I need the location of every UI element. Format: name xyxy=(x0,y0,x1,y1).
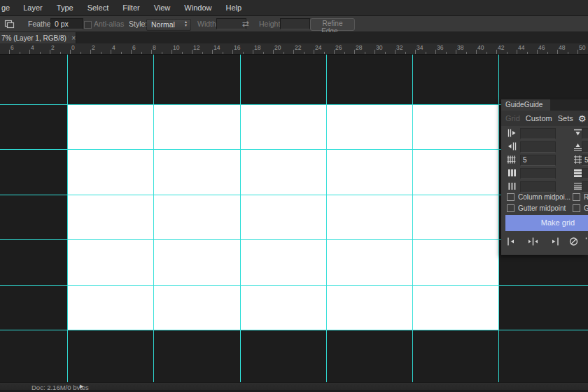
ruler-tick xyxy=(476,50,477,54)
ruler-tick xyxy=(263,52,264,54)
ruler-tick xyxy=(537,50,538,54)
refine-edge-button[interactable]: Refine Edge... xyxy=(310,18,355,31)
ruler-tick xyxy=(101,52,102,54)
menu-item-ge[interactable]: ge xyxy=(0,4,16,12)
feather-input[interactable]: 0 px xyxy=(50,18,83,29)
ruler-tick xyxy=(426,52,426,54)
horizontal-ruler[interactable]: 6420246810121416182022242628303234363840… xyxy=(0,43,588,55)
ruler-number: 48 xyxy=(559,44,565,51)
ruler-tick xyxy=(172,50,172,54)
row-count-input[interactable]: 5 xyxy=(582,155,588,166)
menu-item-layer[interactable]: Layer xyxy=(16,4,50,12)
panel-tab-grid[interactable]: Grid xyxy=(505,114,520,122)
horizontal-guide[interactable] xyxy=(0,149,588,150)
grid-field-row xyxy=(501,181,588,193)
ruler-tick xyxy=(517,50,517,54)
ruler-number: 4 xyxy=(112,44,115,51)
menu-item-view[interactable]: View xyxy=(147,4,178,12)
ruler-number: 32 xyxy=(396,44,402,51)
ruler-tick xyxy=(80,52,81,54)
ruler-tick xyxy=(141,52,142,54)
document-tab-bar: 7% (Layer 1, RGB/8) * × xyxy=(0,32,588,43)
panel-tab-sets[interactable]: Sets xyxy=(558,114,573,122)
height-input[interactable] xyxy=(280,18,310,29)
row-gutter-input[interactable] xyxy=(582,181,588,192)
tool-preset-icon[interactable] xyxy=(4,19,15,29)
ruler-tick xyxy=(547,52,548,54)
ruler-tick xyxy=(486,52,487,54)
panel-tab-custom[interactable]: Custom xyxy=(526,114,552,122)
ruler-tick xyxy=(162,52,162,54)
horizontal-guide[interactable] xyxy=(0,285,588,286)
ruler-number: 18 xyxy=(254,44,260,51)
horizontal-guide[interactable] xyxy=(0,195,588,195)
ruler-number: 0 xyxy=(71,44,75,51)
column-count-input[interactable]: 5 xyxy=(520,155,556,166)
ruler-tick xyxy=(304,52,304,54)
left-margin-input[interactable] xyxy=(520,128,556,139)
ruler-tick xyxy=(314,50,314,54)
ruler-tick xyxy=(223,52,223,54)
ruler-tick xyxy=(365,52,365,54)
ruler-tick xyxy=(374,50,375,54)
ruler-tick xyxy=(354,50,355,54)
anti-alias-checkbox[interactable] xyxy=(84,21,92,29)
ruler-tick xyxy=(507,52,507,54)
ruler-number: 14 xyxy=(214,44,220,51)
row-height-input[interactable] xyxy=(582,168,588,179)
ruler-tick xyxy=(344,52,345,54)
gear-icon[interactable]: ⚙ xyxy=(578,113,587,124)
anti-alias-label: Anti-alias xyxy=(94,20,124,28)
horizontal-guide[interactable] xyxy=(0,330,588,330)
gutter-width-input[interactable] xyxy=(520,181,556,192)
guideguide-panel-tab[interactable]: GuideGuide xyxy=(501,99,550,111)
status-menu-arrow-icon[interactable]: ▶ xyxy=(80,384,83,389)
checkbox-label: G xyxy=(584,204,588,212)
add-center-guide-icon[interactable] xyxy=(528,237,538,246)
options-bar: Feather: 0 px Anti-alias Style: Normal ▴… xyxy=(0,16,588,32)
bottom-margin-input[interactable] xyxy=(582,141,588,153)
document-tab[interactable]: 7% (Layer 1, RGB/8) * × xyxy=(0,32,76,43)
ruler-number: 38 xyxy=(457,44,463,51)
right-margin-input[interactable] xyxy=(520,141,556,153)
horizontal-guide[interactable] xyxy=(0,239,588,240)
add-right-guide-icon[interactable] xyxy=(550,237,560,246)
ruler-number: 34 xyxy=(416,44,423,51)
menu-item-filter[interactable]: Filter xyxy=(115,4,146,12)
ruler-tick xyxy=(232,50,233,54)
checkbox-g[interactable] xyxy=(573,204,580,212)
ruler-number: 2 xyxy=(51,44,55,51)
style-dropdown[interactable]: Normal ▴▾ xyxy=(146,19,191,31)
menu-item-select[interactable]: Select xyxy=(80,4,116,12)
partial-footer-icon[interactable] xyxy=(585,237,588,246)
canvas-area xyxy=(0,55,588,382)
ruler-tick xyxy=(456,50,456,54)
panel-tab-strip: GuideGuide xyxy=(501,99,588,111)
ruler-number: 28 xyxy=(356,44,362,51)
width-label: Width: xyxy=(197,20,218,28)
close-tab-icon[interactable]: × xyxy=(71,34,76,42)
ruler-number: 26 xyxy=(335,44,342,51)
ruler-number: 42 xyxy=(498,44,504,51)
ruler-tick xyxy=(446,52,447,54)
ruler-number: 44 xyxy=(518,44,524,51)
ruler-number: 12 xyxy=(193,44,200,51)
menu-item-window[interactable]: Window xyxy=(177,4,218,12)
gutter-width-icon xyxy=(507,181,517,191)
swap-dimensions-icon[interactable]: ⇄ xyxy=(242,19,249,29)
guideguide-panel: GuideGuide GridCustomSets⚙ 55 Column mid… xyxy=(501,99,588,255)
ruler-tick xyxy=(9,50,10,54)
clear-guides-icon[interactable] xyxy=(568,237,579,246)
left-margin-icon xyxy=(507,128,517,138)
horizontal-guide[interactable] xyxy=(0,104,588,105)
ruler-tick xyxy=(212,50,213,54)
top-margin-input[interactable] xyxy=(582,128,588,139)
checkbox-r[interactable] xyxy=(573,193,580,201)
menu-item-help[interactable]: Help xyxy=(218,4,248,12)
make-grid-button[interactable]: Make grid xyxy=(505,215,588,231)
document-canvas[interactable] xyxy=(67,104,499,330)
menu-item-type[interactable]: Type xyxy=(50,4,80,12)
ruler-tick xyxy=(385,52,386,54)
add-left-guide-icon[interactable] xyxy=(506,237,517,246)
column-width-input[interactable] xyxy=(520,168,556,179)
